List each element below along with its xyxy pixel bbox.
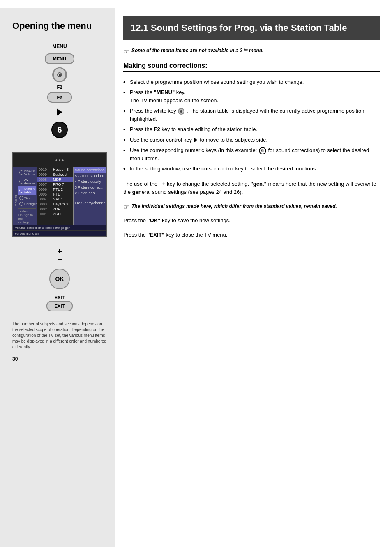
submenu-sound-corrections[interactable]: Sound corrections	[74, 167, 106, 173]
top-note: ☞ Some of the menu items are not availab…	[123, 47, 380, 55]
instruction-f2: Press the F2 key to enable editing of th…	[123, 124, 380, 135]
note-icon: ☞	[123, 48, 129, 55]
channel-item[interactable]: 0002ZDF	[37, 207, 73, 212]
target-icon	[178, 108, 184, 115]
ok-instruction: Press the "OK" key to save the new setti…	[123, 216, 380, 225]
instruction-numeric-keys: Use the corresponding numeric keys (in t…	[123, 145, 380, 164]
circle-6-icon: 6	[259, 147, 266, 154]
minus-sign: −	[57, 256, 62, 264]
channel-item-highlighted[interactable]: 0008MDR	[37, 177, 73, 182]
channel-item[interactable]: 0004SAT 1	[37, 197, 73, 202]
channel-item[interactable]: 0006RTL 2	[37, 187, 73, 192]
play-triangle-button[interactable]	[57, 107, 62, 117]
sidebar-settings-caption: settings.	[18, 221, 36, 224]
tv-menu-screenshot: ★★★ TV-Menu Picture-Volume AV devices	[12, 152, 107, 237]
chapter-title: 12.1 Sound Settings for Prog. via the St…	[131, 22, 372, 34]
sidebar-picture-volume[interactable]: Picture-Volume	[18, 168, 36, 177]
forced-mono-label: Forced mono off	[15, 232, 39, 235]
chapter-header: 12.1 Sound Settings for Prog. via the St…	[123, 16, 380, 40]
sidebar-select-caption: : select	[18, 210, 36, 213]
section-title: Opening the menu	[12, 21, 92, 31]
exit-button[interactable]: EXIT	[46, 301, 73, 311]
f2-label: F2	[57, 85, 62, 90]
number-6-button[interactable]: 6	[51, 122, 68, 138]
body-text: The use of the - + key to change the sel…	[123, 180, 380, 197]
submenu-frequency[interactable]: 1 Frequency/channe	[74, 196, 106, 206]
instruction-1: Select the programme position whose soun…	[123, 77, 380, 88]
white-key-circle[interactable]	[52, 67, 67, 82]
menu-label: MENU	[52, 44, 67, 49]
submenu-picture-correct[interactable]: 3 Picture correct.	[74, 184, 106, 190]
arrow-right-icon	[194, 138, 198, 142]
remote-illustration: MENU MENU F2 F2 6	[12, 44, 107, 140]
channel-item[interactable]: 0007PRO 7	[37, 182, 73, 187]
ok-exit-area: + − OK EXIT EXIT	[12, 247, 107, 313]
f2-button[interactable]: F2	[47, 92, 72, 103]
plus-minus-area: + −	[57, 247, 62, 264]
left-column: Opening the menu MENU MENU F2 F2 6	[0, 8, 115, 547]
page-number: 30	[12, 356, 18, 362]
instruction-cursor-key: Use the cursor control key to move to th…	[123, 135, 380, 145]
italic-note-icon: ☞	[123, 203, 129, 211]
ok-label: OK	[55, 276, 64, 282]
plus-sign: +	[57, 247, 62, 256]
submenu-colour-standard[interactable]: 5 Colour standard	[74, 173, 106, 179]
instruction-2: Press the "MENU" key. The TV menu appear…	[123, 87, 380, 106]
tv-bottom-bar-2: Forced mono off	[13, 230, 106, 236]
sidebar-station-table[interactable]: Station table	[18, 186, 36, 195]
instruction-setting-window: In the setting window, use the cursor co…	[123, 164, 380, 174]
tv-bottom-bar: Volume correction 0 Tone settings gen.	[13, 225, 106, 230]
submenu-picture-quality[interactable]: 4 Picture quality	[74, 179, 106, 184]
italic-note: ☞ The individual settings made here, whi…	[123, 203, 380, 211]
exit-label: EXIT	[55, 295, 65, 300]
sidebar-av-devices[interactable]: AV devices	[18, 177, 36, 186]
channel-item[interactable]: 0003Bayern 3	[37, 202, 73, 207]
channel-item[interactable]: 0010Hessen 3	[37, 167, 73, 172]
right-column: 12.1 Sound Settings for Prog. via the St…	[115, 8, 392, 547]
channel-list: 0010Hessen 3 0009Sudwest 0008MDR 0007PRO…	[37, 167, 73, 225]
tv-submenu: Sound corrections 5 Colour standard 4 Pi…	[73, 167, 106, 225]
instruction-press-white-key: Press the white key . The station table …	[123, 106, 380, 124]
note-text: Some of the menu items are not available…	[131, 47, 263, 54]
tv-sidebar: TV-Menu Picture-Volume AV devices Sta	[13, 167, 37, 225]
ok-button[interactable]: OK	[49, 269, 70, 289]
channel-item[interactable]: 0009Sudwest	[37, 172, 73, 177]
channel-item[interactable]: 0001ARD	[37, 212, 73, 216]
exit-instruction: Press the "EXIT" key to close the TV men…	[123, 231, 380, 240]
subsection-title: Making sound corrections:	[123, 62, 380, 72]
submenu-enter-logo[interactable]: 2 Enter logo	[74, 190, 106, 196]
menu-button[interactable]: MENU	[45, 53, 74, 64]
sidebar-configuration[interactable]: Configuration	[18, 201, 36, 207]
instructions-list: Select the programme position whose soun…	[123, 77, 380, 174]
volume-correction-label: Volume correction 0 Tone settings gen.	[15, 226, 71, 230]
sidebar-ok-caption: OK : go to the	[18, 213, 36, 221]
italic-note-text: The individual settings made here, which…	[131, 203, 337, 210]
footnote: The number of subjects and sections depe…	[12, 321, 107, 350]
channel-item[interactable]: 0005RTL	[37, 192, 73, 197]
sidebar-timer[interactable]: Timer	[18, 195, 36, 201]
